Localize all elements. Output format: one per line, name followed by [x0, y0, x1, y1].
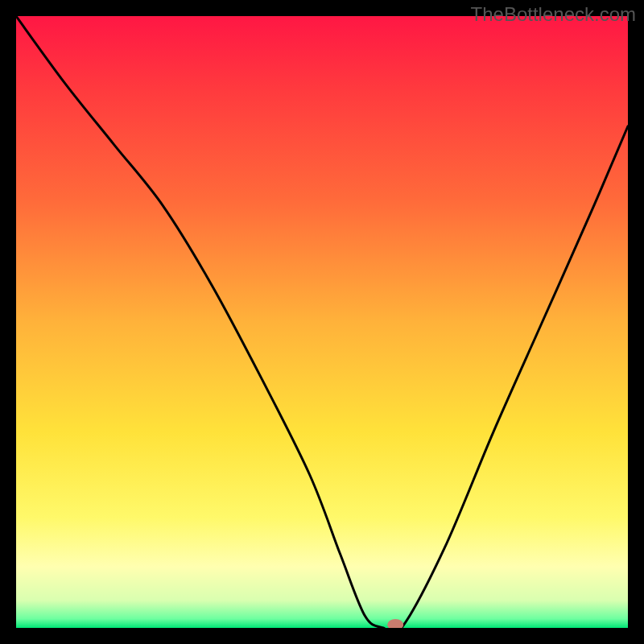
chart-svg: [16, 16, 628, 628]
chart-background: [16, 16, 628, 628]
chart-area: [16, 16, 628, 628]
watermark-text: TheBottleneck.com: [471, 3, 636, 26]
